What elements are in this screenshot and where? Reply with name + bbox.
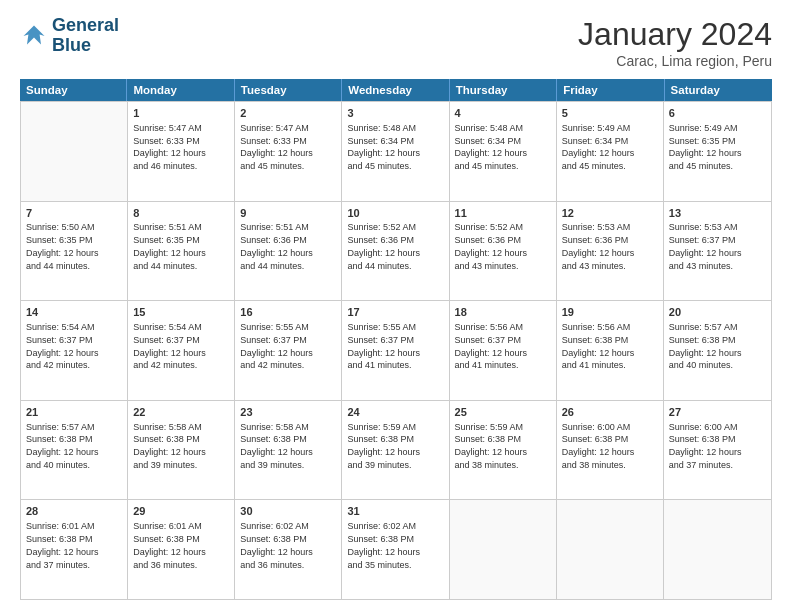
day-number: 2 [240,106,336,121]
day-number: 18 [455,305,551,320]
calendar-cell: 30 Sunrise: 6:02 AMSunset: 6:38 PMDaylig… [235,500,342,599]
cell-info: Sunrise: 5:48 AMSunset: 6:34 PMDaylight:… [455,123,528,171]
cell-info: Sunrise: 5:57 AMSunset: 6:38 PMDaylight:… [669,322,742,370]
cell-info: Sunrise: 5:58 AMSunset: 6:38 PMDaylight:… [133,422,206,470]
calendar-cell [21,102,128,201]
calendar-row: 1 Sunrise: 5:47 AMSunset: 6:33 PMDayligh… [21,101,771,201]
calendar-row: 21 Sunrise: 5:57 AMSunset: 6:38 PMDaylig… [21,400,771,500]
cell-info: Sunrise: 5:55 AMSunset: 6:37 PMDaylight:… [347,322,420,370]
calendar-cell: 31 Sunrise: 6:02 AMSunset: 6:38 PMDaylig… [342,500,449,599]
calendar-body: 1 Sunrise: 5:47 AMSunset: 6:33 PMDayligh… [20,101,772,600]
weekday-header: Tuesday [235,79,342,101]
calendar: SundayMondayTuesdayWednesdayThursdayFrid… [20,79,772,600]
calendar-cell: 6 Sunrise: 5:49 AMSunset: 6:35 PMDayligh… [664,102,771,201]
cell-info: Sunrise: 5:47 AMSunset: 6:33 PMDaylight:… [240,123,313,171]
title-area: January 2024 Carac, Lima region, Peru [578,16,772,69]
weekday-header: Wednesday [342,79,449,101]
cell-info: Sunrise: 6:02 AMSunset: 6:38 PMDaylight:… [240,521,313,569]
cell-info: Sunrise: 5:51 AMSunset: 6:36 PMDaylight:… [240,222,313,270]
calendar-row: 14 Sunrise: 5:54 AMSunset: 6:37 PMDaylig… [21,300,771,400]
day-number: 7 [26,206,122,221]
weekday-header: Sunday [20,79,127,101]
cell-info: Sunrise: 5:52 AMSunset: 6:36 PMDaylight:… [455,222,528,270]
calendar-cell [664,500,771,599]
calendar-cell: 23 Sunrise: 5:58 AMSunset: 6:38 PMDaylig… [235,401,342,500]
calendar-cell: 20 Sunrise: 5:57 AMSunset: 6:38 PMDaylig… [664,301,771,400]
cell-info: Sunrise: 6:01 AMSunset: 6:38 PMDaylight:… [26,521,99,569]
header: General Blue January 2024 Carac, Lima re… [20,16,772,69]
cell-info: Sunrise: 5:53 AMSunset: 6:36 PMDaylight:… [562,222,635,270]
calendar-page: General Blue January 2024 Carac, Lima re… [0,0,792,612]
calendar-cell: 15 Sunrise: 5:54 AMSunset: 6:37 PMDaylig… [128,301,235,400]
cell-info: Sunrise: 5:53 AMSunset: 6:37 PMDaylight:… [669,222,742,270]
calendar-cell: 12 Sunrise: 5:53 AMSunset: 6:36 PMDaylig… [557,202,664,301]
day-number: 24 [347,405,443,420]
cell-info: Sunrise: 5:49 AMSunset: 6:34 PMDaylight:… [562,123,635,171]
subtitle: Carac, Lima region, Peru [578,53,772,69]
calendar-cell: 10 Sunrise: 5:52 AMSunset: 6:36 PMDaylig… [342,202,449,301]
calendar-cell: 9 Sunrise: 5:51 AMSunset: 6:36 PMDayligh… [235,202,342,301]
day-number: 4 [455,106,551,121]
cell-info: Sunrise: 6:00 AMSunset: 6:38 PMDaylight:… [669,422,742,470]
calendar-cell: 3 Sunrise: 5:48 AMSunset: 6:34 PMDayligh… [342,102,449,201]
cell-info: Sunrise: 6:02 AMSunset: 6:38 PMDaylight:… [347,521,420,569]
day-number: 11 [455,206,551,221]
day-number: 16 [240,305,336,320]
day-number: 27 [669,405,766,420]
day-number: 23 [240,405,336,420]
day-number: 5 [562,106,658,121]
calendar-cell: 29 Sunrise: 6:01 AMSunset: 6:38 PMDaylig… [128,500,235,599]
day-number: 26 [562,405,658,420]
calendar-cell: 1 Sunrise: 5:47 AMSunset: 6:33 PMDayligh… [128,102,235,201]
cell-info: Sunrise: 5:54 AMSunset: 6:37 PMDaylight:… [26,322,99,370]
day-number: 31 [347,504,443,519]
calendar-cell [450,500,557,599]
day-number: 30 [240,504,336,519]
logo-icon [20,22,48,50]
svg-marker-0 [24,25,45,44]
day-number: 9 [240,206,336,221]
calendar-cell: 27 Sunrise: 6:00 AMSunset: 6:38 PMDaylig… [664,401,771,500]
cell-info: Sunrise: 6:00 AMSunset: 6:38 PMDaylight:… [562,422,635,470]
calendar-cell: 14 Sunrise: 5:54 AMSunset: 6:37 PMDaylig… [21,301,128,400]
day-number: 28 [26,504,122,519]
calendar-cell: 4 Sunrise: 5:48 AMSunset: 6:34 PMDayligh… [450,102,557,201]
day-number: 13 [669,206,766,221]
weekday-header: Saturday [665,79,772,101]
calendar-cell: 28 Sunrise: 6:01 AMSunset: 6:38 PMDaylig… [21,500,128,599]
day-number: 29 [133,504,229,519]
day-number: 12 [562,206,658,221]
day-number: 1 [133,106,229,121]
cell-info: Sunrise: 5:58 AMSunset: 6:38 PMDaylight:… [240,422,313,470]
cell-info: Sunrise: 5:56 AMSunset: 6:37 PMDaylight:… [455,322,528,370]
weekday-header: Friday [557,79,664,101]
calendar-cell: 7 Sunrise: 5:50 AMSunset: 6:35 PMDayligh… [21,202,128,301]
calendar-cell: 26 Sunrise: 6:00 AMSunset: 6:38 PMDaylig… [557,401,664,500]
month-title: January 2024 [578,16,772,53]
calendar-row: 28 Sunrise: 6:01 AMSunset: 6:38 PMDaylig… [21,499,771,599]
day-number: 6 [669,106,766,121]
day-number: 21 [26,405,122,420]
calendar-cell: 13 Sunrise: 5:53 AMSunset: 6:37 PMDaylig… [664,202,771,301]
cell-info: Sunrise: 5:47 AMSunset: 6:33 PMDaylight:… [133,123,206,171]
day-number: 25 [455,405,551,420]
calendar-cell: 24 Sunrise: 5:59 AMSunset: 6:38 PMDaylig… [342,401,449,500]
weekday-header: Thursday [450,79,557,101]
weekday-header: Monday [127,79,234,101]
calendar-cell: 5 Sunrise: 5:49 AMSunset: 6:34 PMDayligh… [557,102,664,201]
cell-info: Sunrise: 5:49 AMSunset: 6:35 PMDaylight:… [669,123,742,171]
day-number: 19 [562,305,658,320]
calendar-cell: 22 Sunrise: 5:58 AMSunset: 6:38 PMDaylig… [128,401,235,500]
logo-text: General Blue [52,16,119,56]
cell-info: Sunrise: 6:01 AMSunset: 6:38 PMDaylight:… [133,521,206,569]
cell-info: Sunrise: 5:59 AMSunset: 6:38 PMDaylight:… [455,422,528,470]
cell-info: Sunrise: 5:59 AMSunset: 6:38 PMDaylight:… [347,422,420,470]
cell-info: Sunrise: 5:55 AMSunset: 6:37 PMDaylight:… [240,322,313,370]
logo: General Blue [20,16,119,56]
calendar-row: 7 Sunrise: 5:50 AMSunset: 6:35 PMDayligh… [21,201,771,301]
cell-info: Sunrise: 5:50 AMSunset: 6:35 PMDaylight:… [26,222,99,270]
calendar-cell: 2 Sunrise: 5:47 AMSunset: 6:33 PMDayligh… [235,102,342,201]
day-number: 3 [347,106,443,121]
calendar-header: SundayMondayTuesdayWednesdayThursdayFrid… [20,79,772,101]
cell-info: Sunrise: 5:51 AMSunset: 6:35 PMDaylight:… [133,222,206,270]
